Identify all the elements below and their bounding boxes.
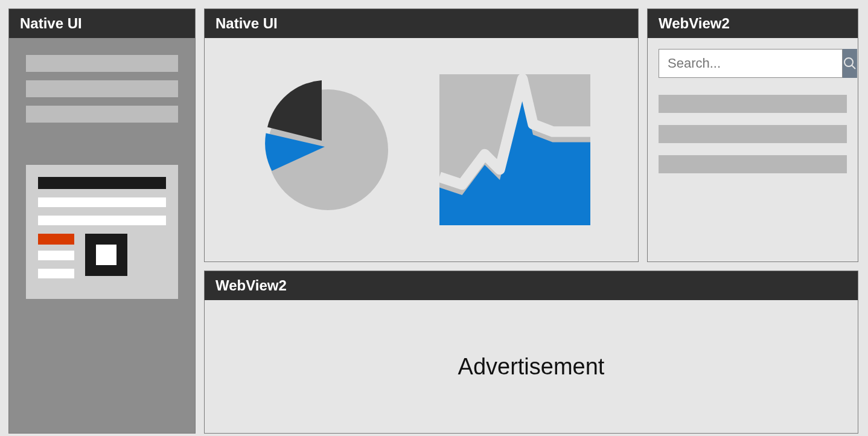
content-card [26,165,178,299]
placeholder-line [38,216,166,225]
placeholder-bar [26,80,178,97]
accent-line [38,234,74,245]
search-icon [843,56,857,71]
native-ui-charts-panel: Native UI [204,8,639,262]
placeholder-result [659,95,847,113]
area-chart-icon [439,74,590,225]
native-ui-left-panel: Native UI [8,8,196,434]
placeholder-bar [26,106,178,123]
stop-icon [85,234,127,276]
advertisement-label: Advertisement [458,354,605,380]
search-button[interactable] [843,49,857,78]
panel-title: Native UI [205,9,638,38]
search-input[interactable] [659,49,843,78]
placeholder-line [38,197,166,207]
placeholder-result [659,125,847,143]
panel-title: WebView2 [205,271,858,300]
placeholder-line [38,177,166,189]
svg-line-3 [852,65,855,69]
pie-chart-icon [252,74,403,225]
placeholder-line [38,269,74,278]
placeholder-bar [26,55,178,72]
placeholder-line [38,251,74,260]
panel-title: Native UI [9,9,195,38]
panel-title: WebView2 [648,9,858,38]
placeholder-result [659,155,847,173]
webview2-ad-panel: WebView2 Advertisement [204,271,858,434]
svg-point-2 [844,58,853,66]
webview2-search-panel: WebView2 [647,8,858,262]
